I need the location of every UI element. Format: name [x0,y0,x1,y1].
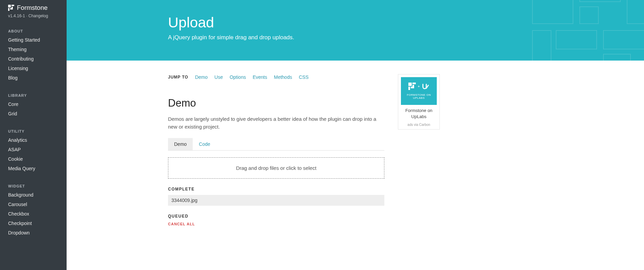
jump-link-demo[interactable]: Demo [195,74,208,80]
sidebar-item-grid[interactable]: Grid [0,109,67,118]
nav-heading: LIBRARY [0,93,67,99]
ad-banner-label: FORMSTONE ON UPLABS [401,93,437,99]
version-text: v1.4.16-1 [8,14,25,18]
sidebar-item-carousel[interactable]: Carousel [0,200,67,209]
tab-demo[interactable]: Demo [168,138,193,150]
version-row: v1.4.16-1 · Changelog [0,12,67,18]
sidebar-item-core[interactable]: Core [0,99,67,109]
sidebar-item-media-query[interactable]: Media Query [0,164,67,173]
demo-description: Demos are largely unstyled to give devel… [168,115,384,131]
formstone-mini-icon [408,83,416,90]
svg-rect-10 [556,30,597,49]
svg-rect-16 [408,87,410,90]
sidebar: Formstone v1.4.16-1 · Changelog ABOUTGet… [0,0,67,270]
jump-link-options[interactable]: Options [230,74,246,80]
jump-link-use[interactable]: Use [214,74,223,80]
ad-rail: + FORMSTONE ON UPLABS Formstone on UpLab… [398,74,445,226]
sidebar-item-asap[interactable]: ASAP [0,145,67,154]
sidebar-item-background[interactable]: Background [0,190,67,200]
jump-link-events[interactable]: Events [253,74,267,80]
sidebar-item-getting-started[interactable]: Getting Started [0,35,67,45]
svg-rect-14 [412,83,416,84]
uplabs-mini-icon [422,83,429,90]
svg-rect-13 [408,83,412,86]
cancel-all-button[interactable]: CANCEL ALL [168,222,384,226]
complete-heading: COMPLETE [168,187,384,192]
brand-logo[interactable]: Formstone [0,4,67,12]
page-subtitle: A jQuery plugin for simple drag and drop… [168,34,384,41]
changelog-link[interactable]: Changelog [28,14,48,18]
svg-rect-4 [10,8,13,9]
jump-label: JUMP TO [168,75,188,80]
complete-file-item: 3344009.jpg [168,195,384,206]
svg-rect-8 [627,0,644,24]
nav-heading: UTILITY [0,129,67,135]
sidebar-item-licensing[interactable]: Licensing [0,64,67,73]
sidebar-item-blog[interactable]: Blog [0,73,67,83]
ad-caption: Formstone on UpLabs [401,108,437,119]
svg-rect-17 [411,87,414,88]
svg-rect-5 [532,0,573,24]
jump-to-nav: JUMP TO DemoUseOptionsEventsMethodsCSS [168,74,384,80]
jump-link-css[interactable]: CSS [299,74,309,80]
svg-rect-6 [580,0,620,2]
hero-pattern-icon [529,0,644,61]
sidebar-item-dropdown[interactable]: Dropdown [0,228,67,238]
sidebar-item-cookie[interactable]: Cookie [0,154,67,164]
jump-link-methods[interactable]: Methods [274,74,292,80]
queued-heading: QUEUED [168,214,384,219]
svg-rect-7 [580,7,598,24]
ad-card[interactable]: + FORMSTONE ON UPLABS Formstone on UpLab… [398,74,440,130]
svg-rect-15 [412,85,414,87]
demo-heading: Demo [168,97,384,109]
svg-rect-11 [603,30,644,49]
svg-rect-1 [11,5,14,6]
svg-rect-0 [8,5,11,7]
upload-dropzone[interactable]: Drag and drop files or click to select [168,157,384,179]
svg-rect-3 [8,8,9,11]
sidebar-item-analytics[interactable]: Analytics [0,135,67,145]
nav-heading: WIDGET [0,184,67,190]
sidebar-item-contributing[interactable]: Contributing [0,54,67,64]
sidebar-item-theming[interactable]: Theming [0,45,67,54]
svg-rect-9 [532,30,551,61]
ad-image: + FORMSTONE ON UPLABS [401,77,437,105]
sidebar-item-checkpoint[interactable]: Checkpoint [0,219,67,228]
nav-heading: ABOUT [0,29,67,35]
svg-rect-2 [11,7,13,8]
brand-name: Formstone [17,4,48,12]
demo-tabs: Demo Code [168,138,384,151]
ad-source: ads via Carbon [401,123,437,127]
page-title: Upload [168,14,384,31]
main-content: Upload A jQuery plugin for simple drag a… [67,0,644,270]
formstone-logo-icon [8,5,14,11]
svg-rect-12 [603,54,630,61]
tab-code[interactable]: Code [193,138,216,150]
sidebar-item-checkbox[interactable]: Checkbox [0,209,67,219]
hero: Upload A jQuery plugin for simple drag a… [67,0,644,61]
